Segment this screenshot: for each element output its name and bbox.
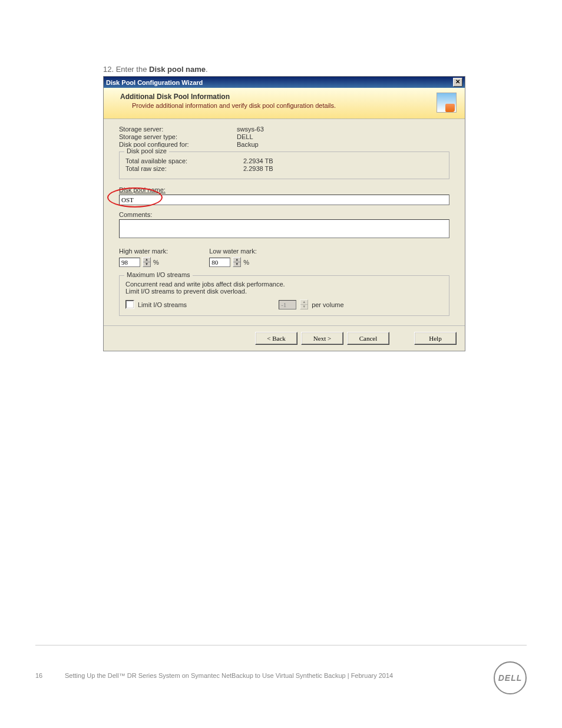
comments-label: Comments: <box>119 211 449 218</box>
high-mark-unit: % <box>153 259 159 266</box>
chevron-down-icon[interactable]: ▼ <box>143 262 150 266</box>
pool-name-label: Disk pool name: <box>119 186 449 193</box>
chevron-up-icon: ▲ <box>300 300 308 305</box>
low-mark-label: Low water mark: <box>209 248 257 255</box>
button-bar: < Back Next > Cancel Help <box>104 325 465 351</box>
low-mark-unit: % <box>243 259 249 266</box>
comments-input[interactable] <box>119 219 449 238</box>
io-legend: Maximum I/O streams <box>124 271 193 278</box>
io-desc: Concurrent read and write jobs affect di… <box>125 281 443 295</box>
back-button[interactable]: < Back <box>255 332 297 345</box>
chevron-up-icon[interactable]: ▲ <box>233 258 240 262</box>
page-footer: 16 Setting Up the Dell™ DR Series System… <box>35 672 527 679</box>
raw-value: 2.2938 TB <box>243 165 273 172</box>
io-streams-group: Maximum I/O streams Concurrent read and … <box>119 275 449 316</box>
chevron-down-icon: ▼ <box>300 305 308 309</box>
wizard-window: Disk Pool Configuration Wizard ✕ Additio… <box>103 76 465 351</box>
limit-io-label: Limit I/O streams <box>138 301 187 308</box>
low-mark-input[interactable] <box>209 258 230 267</box>
storage-type-value: DELL <box>237 133 253 140</box>
cancel-button[interactable]: Cancel <box>347 332 389 345</box>
step-bold: Disk pool name <box>149 65 206 74</box>
low-mark-spinner[interactable]: ▲▼ <box>233 257 241 267</box>
disk-pool-size-group: Disk pool size Total available space: 2.… <box>119 151 449 179</box>
configured-for-value: Backup <box>237 141 259 148</box>
high-mark-spinner[interactable]: ▲▼ <box>143 257 151 267</box>
storage-server-label: Storage server: <box>119 126 237 133</box>
banner-title: Additional Disk Pool Information <box>120 93 336 101</box>
banner: Additional Disk Pool Information Provide… <box>104 88 465 119</box>
step-number: 12. <box>103 65 114 74</box>
available-label: Total available space: <box>125 157 243 164</box>
step-suffix: . <box>206 65 208 74</box>
io-unit: per volume <box>312 301 343 308</box>
banner-subtitle: Provide additional information and verif… <box>132 102 336 109</box>
step-prefix: Enter the <box>116 65 149 74</box>
size-legend: Disk pool size <box>124 147 169 154</box>
chevron-down-icon[interactable]: ▼ <box>233 262 240 266</box>
chevron-up-icon[interactable]: ▲ <box>143 258 150 262</box>
high-mark-input[interactable] <box>119 258 140 267</box>
pool-name-input[interactable] <box>119 195 449 205</box>
titlebar: Disk Pool Configuration Wizard ✕ <box>104 77 465 88</box>
help-button[interactable]: Help <box>414 332 457 345</box>
storage-type-label: Storage server type: <box>119 133 237 140</box>
dell-logo: DELL <box>494 661 527 694</box>
storage-server-value: swsys-63 <box>237 126 264 133</box>
page-number: 16 <box>35 672 65 679</box>
io-spinner: ▲▼ <box>300 299 308 309</box>
raw-label: Total raw size: <box>125 165 243 172</box>
step-instruction: 12. Enter the Disk pool name. <box>103 65 527 74</box>
high-mark-label: High water mark: <box>119 248 168 255</box>
next-button[interactable]: Next > <box>301 332 343 345</box>
wizard-icon <box>437 93 457 113</box>
window-title: Disk Pool Configuration Wizard <box>106 79 203 86</box>
footer-rule <box>35 645 527 645</box>
close-icon[interactable]: ✕ <box>453 78 462 87</box>
limit-io-checkbox[interactable] <box>125 300 134 309</box>
footer-text: Setting Up the Dell™ DR Series System on… <box>65 672 393 679</box>
io-value-input <box>279 300 296 309</box>
available-value: 2.2934 TB <box>243 157 273 164</box>
